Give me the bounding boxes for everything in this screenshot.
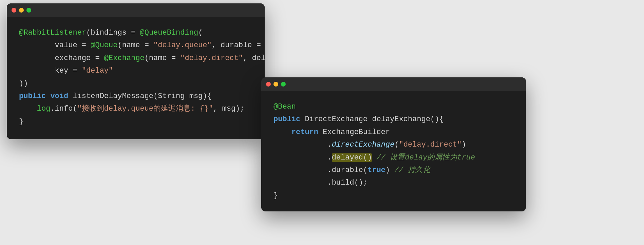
maximize-button-2[interactable] (281, 82, 286, 87)
maximize-button-1[interactable] (26, 8, 31, 13)
close-button-2[interactable] (266, 82, 271, 87)
code-window-1: @RabbitListener(bindings = @QueueBinding… (7, 3, 265, 139)
close-button-1[interactable] (12, 8, 16, 13)
title-bar-2 (261, 77, 526, 91)
code-window-2: @Bean public DirectExchange delayExchang… (261, 77, 526, 211)
code-content-1: @RabbitListener(bindings = @QueueBinding… (7, 17, 265, 137)
title-bar-1 (7, 3, 265, 17)
minimize-button-2[interactable] (273, 82, 278, 87)
minimize-button-1[interactable] (19, 8, 24, 13)
code-content-2: @Bean public DirectExchange delayExchang… (261, 91, 526, 211)
